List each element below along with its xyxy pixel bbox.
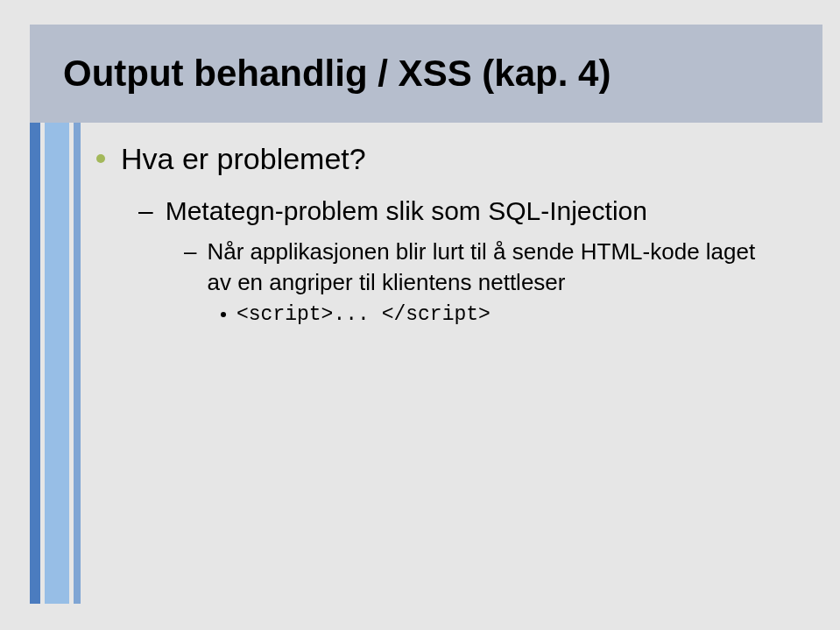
accent-bar-1 bbox=[30, 123, 40, 604]
slide-title: Output behandlig / XSS (kap. 4) bbox=[63, 53, 611, 95]
bullet-level-3-text: Når applikasjonen blir lurt til å sende … bbox=[207, 237, 767, 298]
content-area: Hva er problemet? – Metategn-problem sli… bbox=[96, 140, 815, 329]
bullet-level-4: <script>... </script> bbox=[221, 301, 815, 329]
bullet-dash-icon: – bbox=[184, 237, 196, 267]
accent-bar-2 bbox=[45, 123, 69, 604]
title-band: Output behandlig / XSS (kap. 4) bbox=[30, 25, 822, 123]
bullet-level-1-text: Hva er problemet? bbox=[121, 140, 366, 178]
bullet-small-dot-icon bbox=[221, 312, 226, 317]
bullet-level-4-code: <script>... </script> bbox=[236, 301, 491, 329]
slide-background: Output behandlig / XSS (kap. 4) Hva er p… bbox=[0, 0, 840, 630]
left-accent-bars bbox=[30, 123, 81, 604]
accent-bar-3 bbox=[74, 123, 81, 604]
bullet-level-2-text: Metategn-problem slik som SQL-Injection bbox=[166, 194, 647, 228]
bullet-level-2: – Metategn-problem slik som SQL-Injectio… bbox=[138, 194, 815, 228]
bullet-level-1: Hva er problemet? bbox=[96, 140, 815, 178]
bullet-level-3: – Når applikasjonen blir lurt til å send… bbox=[184, 237, 815, 298]
bullet-dash-icon: – bbox=[138, 194, 153, 228]
bullet-dot-icon bbox=[96, 154, 105, 163]
